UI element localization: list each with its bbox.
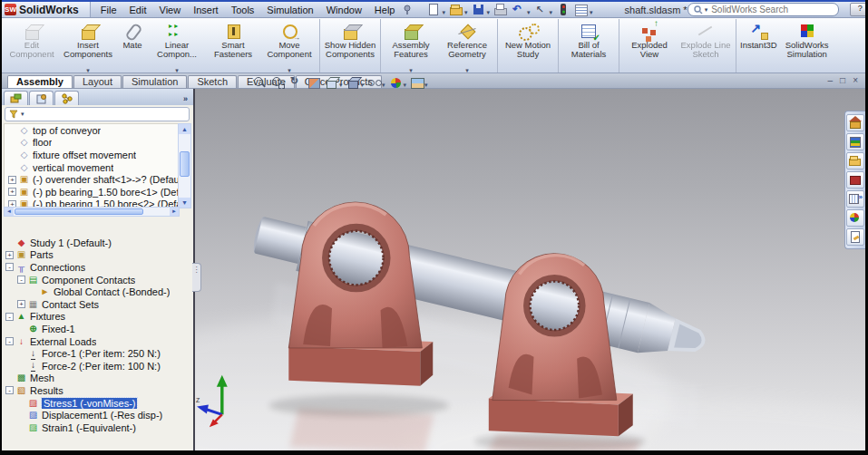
expander-toggle[interactable]: + (17, 300, 25, 308)
study-tree-item[interactable]: Mesh (2, 373, 193, 385)
study-tree-item[interactable]: + Contact Sets (2, 298, 193, 311)
doc-restore-button[interactable]: □ (840, 75, 845, 85)
command-tab[interactable]: Sketch (188, 75, 237, 88)
study-tree-item[interactable]: Stress1 (-vonMises-) (2, 397, 193, 410)
scrollbar-thumb[interactable] (180, 151, 190, 177)
menu-item[interactable]: Insert (187, 4, 225, 16)
study-tree-item[interactable]: Force-2 (:Per item: 100 N:) (2, 360, 193, 373)
expander-toggle[interactable]: + (8, 188, 16, 196)
study-tree-item[interactable]: - External Loads (2, 335, 193, 348)
menu-item[interactable]: View (153, 4, 188, 16)
ribbon-button[interactable]: Assembly Features (380, 19, 439, 73)
dropdown-arrow-icon[interactable] (463, 2, 468, 18)
assembly-model[interactable]: Z (195, 89, 865, 452)
ribbon-button[interactable]: Move Component (261, 19, 317, 73)
study-tree-item[interactable]: - Component Contacts (2, 274, 193, 286)
expander-toggle[interactable] (17, 350, 25, 358)
headsup-button[interactable] (270, 76, 285, 89)
study-tree-item[interactable]: + Parts (2, 249, 193, 262)
scrollbar-thumb[interactable] (15, 208, 143, 215)
std-toolbar-button[interactable] (572, 2, 594, 18)
scroll-down-arrow-icon[interactable]: ▼ (179, 198, 190, 208)
expander-toggle[interactable] (8, 150, 16, 159)
menu-item[interactable]: Window (320, 4, 368, 16)
std-toolbar-button[interactable] (447, 2, 469, 18)
search-box[interactable]: ▾ (688, 3, 840, 16)
std-toolbar-button[interactable] (424, 2, 446, 18)
doc-close-button[interactable]: × (853, 75, 858, 85)
study-tree-item[interactable]: Global Contact (-Bonded-) (2, 286, 193, 298)
expander-toggle[interactable] (8, 139, 16, 147)
ribbon-button[interactable]: Mate (116, 19, 149, 73)
dropdown-arrow-icon[interactable] (175, 60, 179, 67)
expander-toggle[interactable] (5, 374, 14, 382)
dropdown-arrow-icon[interactable] (465, 60, 469, 67)
dropdown-arrow-icon[interactable] (441, 2, 445, 18)
vertical-scrollbar[interactable]: ▲ ▼ (178, 123, 191, 208)
std-toolbar-button[interactable] (554, 3, 571, 16)
study-tree-item[interactable]: Study 1 (-Default-) (2, 237, 193, 249)
task-pane-button[interactable] (846, 152, 864, 169)
menu-item[interactable]: Tools (225, 4, 261, 16)
menu-item[interactable]: Help (368, 4, 402, 16)
dropdown-arrow-icon[interactable] (486, 2, 491, 18)
ribbon-button[interactable]: Explode Line Sketch (678, 19, 734, 73)
std-toolbar-button[interactable] (492, 3, 509, 16)
task-pane-button[interactable] (846, 209, 864, 227)
filter-dropdown-arrow-icon[interactable]: ▾ (21, 111, 24, 118)
study-tree-item[interactable]: - Connections (2, 261, 193, 274)
feature-tree-item[interactable]: + (-) pb bearing_1.50 bore<1> (Default<<… (5, 186, 179, 198)
expander-toggle[interactable]: - (5, 386, 14, 394)
feature-tree-item[interactable]: vertical movement (5, 161, 179, 174)
expander-toggle[interactable] (5, 238, 14, 247)
headsup-button[interactable] (252, 76, 267, 89)
dropdown-arrow-icon[interactable] (549, 2, 553, 18)
expander-toggle[interactable] (8, 163, 16, 171)
menu-item[interactable]: Edit (123, 4, 153, 16)
dropdown-arrow-icon[interactable] (288, 60, 291, 67)
command-tab[interactable]: Layout (73, 75, 122, 88)
expander-toggle[interactable] (8, 126, 16, 134)
scroll-right-arrow-icon[interactable]: ► (170, 208, 179, 216)
expander-toggle[interactable]: + (8, 176, 16, 184)
tab-property-manager[interactable] (29, 91, 54, 105)
horizontal-scrollbar[interactable]: ◄ ► (4, 207, 180, 217)
study-tree-item[interactable]: Displacement1 (-Res disp-) (2, 409, 193, 421)
ribbon-button[interactable]: Insert Components (60, 19, 116, 73)
ribbon-button[interactable]: Bill of Materials (558, 19, 617, 73)
expander-toggle[interactable] (17, 423, 25, 431)
std-toolbar-button[interactable] (470, 2, 492, 18)
expander-toggle[interactable] (17, 411, 25, 420)
ribbon-button[interactable]: Instant3D (736, 19, 779, 73)
task-pane-button[interactable] (846, 114, 864, 131)
graphics-viewport[interactable]: Z (195, 89, 865, 452)
expander-toggle[interactable]: - (5, 263, 14, 271)
study-tree-item[interactable]: Fixed-1 (2, 323, 193, 335)
std-toolbar-button[interactable] (532, 2, 554, 18)
scroll-left-arrow-icon[interactable]: ◄ (5, 208, 14, 216)
dropdown-arrow-icon[interactable] (409, 60, 413, 67)
task-pane-button[interactable] (846, 228, 864, 246)
dropdown-arrow-icon[interactable] (86, 60, 90, 67)
study-tree-item[interactable]: - Fixtures (2, 311, 193, 324)
ribbon-button[interactable]: Exploded View (619, 19, 678, 73)
expander-toggle[interactable]: + (5, 251, 14, 259)
ribbon-button[interactable]: Smart Fasteners (205, 19, 261, 73)
panel-splitter-handle[interactable]: ⋮ (192, 263, 201, 292)
task-pane-button[interactable] (846, 171, 864, 189)
ribbon-button[interactable]: Reference Geometry (439, 19, 495, 73)
dropdown-arrow-icon[interactable] (589, 2, 593, 18)
ribbon-button[interactable]: Show Hidden Components (319, 19, 378, 73)
expander-toggle[interactable]: - (5, 313, 14, 321)
expander-toggle[interactable] (17, 362, 25, 370)
scroll-up-arrow-icon[interactable]: ▲ (179, 124, 190, 134)
task-pane-button[interactable] (846, 133, 864, 150)
ribbon-button[interactable]: New Motion Study (497, 19, 556, 73)
tab-configuration-manager[interactable] (54, 91, 79, 105)
filter-bar[interactable]: ▾ (5, 107, 190, 121)
feature-tree-item[interactable]: + (-) overender shaft<1>->? (Default<<De… (5, 173, 179, 186)
study-tree-item[interactable]: - Results (2, 384, 193, 397)
dropdown-arrow-icon[interactable] (526, 2, 531, 18)
ribbon-button[interactable]: SolidWorks Simulation (779, 19, 835, 73)
menu-pin-icon[interactable] (403, 5, 412, 15)
